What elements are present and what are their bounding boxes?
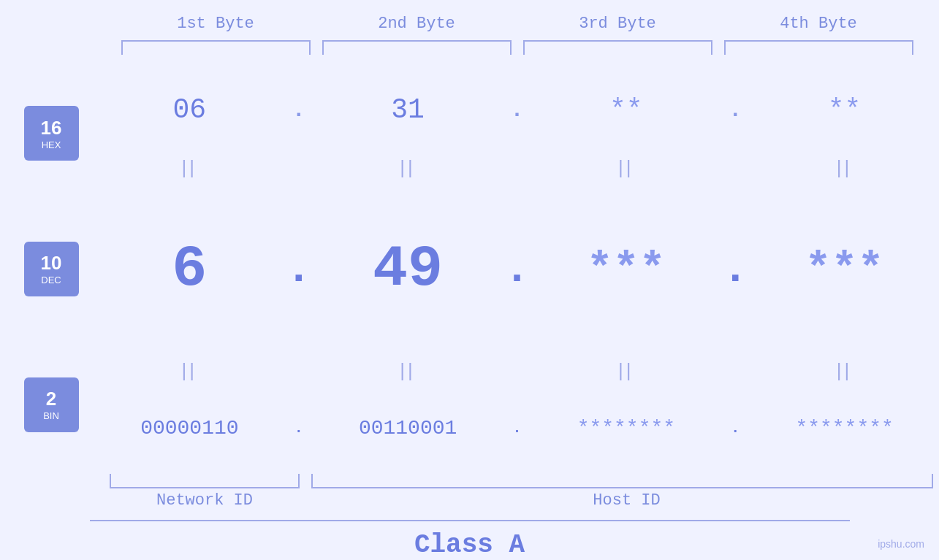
bin-dot-2: . (503, 420, 532, 437)
rows-stack: 06 . 31 . ** . ** || || || || (95, 66, 939, 472)
eq-2-1: || (95, 359, 284, 382)
hex-badge-num: 16 (41, 117, 62, 139)
eq-1-4: || (750, 156, 939, 179)
bin-dot-1: . (284, 420, 313, 437)
eq-2-4: || (750, 359, 939, 382)
eq-1-3: || (532, 156, 721, 179)
main-container: 1st Byte 2nd Byte 3rd Byte 4th Byte 16 H… (0, 0, 939, 560)
hex-dot-1: . (284, 98, 313, 123)
hex-val-1: 06 (95, 94, 284, 126)
hex-dot-3: . (721, 98, 750, 123)
eq-1-1: || (95, 156, 284, 179)
dec-val-2: 49 (313, 236, 503, 302)
network-id-label: Network ID (95, 491, 314, 510)
eq-1-2: || (313, 156, 503, 179)
eq-2-3: || (532, 359, 721, 382)
hex-val-3: ** (532, 94, 721, 126)
eq-2-2: || (313, 359, 503, 382)
dec-dot-2: . (503, 245, 532, 294)
hex-val-2: 31 (313, 94, 503, 126)
network-id-bracket (110, 474, 300, 488)
eq-row-2: || || || || (95, 358, 939, 384)
class-label: Class A (414, 530, 525, 560)
bracket-1 (121, 40, 311, 55)
bin-badge: 2 BIN (24, 377, 79, 432)
labels-stack: 16 HEX 10 DEC 2 BIN (0, 66, 95, 472)
top-brackets (115, 40, 919, 55)
bin-data-row: 00000110 . 00110001 . ******** . *******… (95, 417, 939, 440)
bin-badge-num: 2 (46, 388, 56, 410)
hex-val-4: ** (750, 94, 939, 126)
bottom-brackets-container (95, 474, 939, 488)
dec-row-block: 6 . 49 . *** . *** (95, 180, 939, 358)
hex-row-block: 06 . 31 . ** . ** (95, 66, 939, 154)
watermark: ipshu.com (878, 538, 924, 550)
byte-header-1: 1st Byte (115, 15, 316, 33)
dec-val-1: 6 (95, 236, 284, 302)
bin-val-2: 00110001 (313, 417, 503, 440)
host-id-bracket (311, 474, 933, 488)
hex-data-row: 06 . 31 . ** . ** (95, 94, 939, 126)
bin-row-block: 00000110 . 00110001 . ******** . *******… (95, 384, 939, 472)
class-row: Class A (0, 520, 939, 560)
bin-val-3: ******** (532, 417, 721, 440)
hex-dot-2: . (503, 98, 532, 123)
body-section: 16 HEX 10 DEC 2 BIN 06 . 31 . ** (0, 66, 939, 472)
dec-data-row: 6 . 49 . *** . *** (95, 236, 939, 302)
byte-header-4: 4th Byte (718, 15, 919, 33)
bracket-3 (523, 40, 712, 55)
bracket-4 (724, 40, 913, 55)
bin-dot-3: . (721, 420, 750, 437)
hex-badge: 16 HEX (24, 106, 79, 161)
byte-header-2: 2nd Byte (316, 15, 517, 33)
byte-header-3: 3rd Byte (517, 15, 718, 33)
dec-dot-3: . (721, 245, 750, 294)
dec-val-3: *** (532, 245, 721, 294)
bin-val-4: ******** (750, 417, 939, 440)
dec-badge-base: DEC (41, 275, 61, 285)
bracket-2 (322, 40, 512, 55)
dec-dot-1: . (284, 245, 313, 294)
hex-badge-base: HEX (42, 139, 61, 150)
dec-val-4: *** (750, 245, 939, 294)
id-labels-row: Network ID Host ID (95, 491, 939, 510)
class-line (90, 520, 850, 521)
bin-badge-base: BIN (43, 410, 59, 421)
dec-badge-num: 10 (41, 252, 62, 275)
host-id-label: Host ID (314, 491, 939, 510)
byte-headers: 1st Byte 2nd Byte 3rd Byte 4th Byte (115, 15, 919, 33)
eq-row-1: || || || || (95, 154, 939, 180)
bin-val-1: 00000110 (95, 417, 284, 440)
dec-badge: 10 DEC (24, 242, 79, 296)
